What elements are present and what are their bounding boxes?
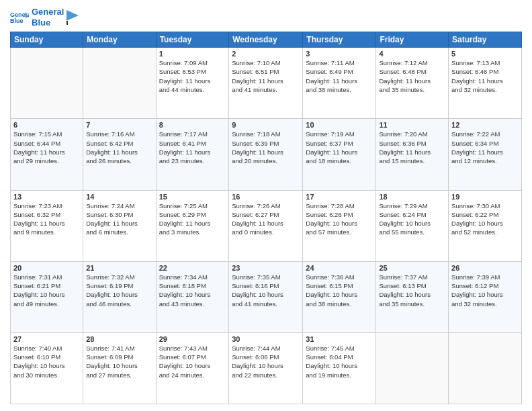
calendar-cell (11, 48, 83, 119)
svg-text:Blue: Blue (10, 17, 24, 24)
cell-content: Sunrise: 7:11 AM Sunset: 6:49 PM Dayligh… (306, 58, 373, 94)
weekday-header-wednesday: Wednesday (229, 32, 303, 48)
logo-general: General (32, 7, 64, 17)
day-number: 22 (159, 264, 226, 272)
logo-icon: General Blue (10, 8, 29, 27)
calendar-cell: 12Sunrise: 7:22 AM Sunset: 6:34 PM Dayli… (449, 119, 522, 190)
cell-content: Sunrise: 7:13 AM Sunset: 6:46 PM Dayligh… (451, 58, 519, 94)
weekday-header-sunday: Sunday (11, 32, 83, 48)
cell-content: Sunrise: 7:25 AM Sunset: 6:29 PM Dayligh… (159, 201, 226, 237)
svg-marker-3 (66, 10, 79, 21)
calendar-cell: 30Sunrise: 7:44 AM Sunset: 6:06 PM Dayli… (229, 332, 303, 404)
cell-content: Sunrise: 7:22 AM Sunset: 6:34 PM Dayligh… (451, 130, 519, 165)
cell-content: Sunrise: 7:28 AM Sunset: 6:26 PM Dayligh… (306, 201, 373, 237)
calendar-cell: 2Sunrise: 7:10 AM Sunset: 6:51 PM Daylig… (229, 48, 303, 119)
day-number: 14 (86, 193, 152, 201)
calendar-cell: 4Sunrise: 7:12 AM Sunset: 6:48 PM Daylig… (376, 48, 449, 119)
weekday-header-row: SundayMondayTuesdayWednesdayThursdayFrid… (11, 32, 522, 48)
day-number: 24 (306, 264, 373, 272)
calendar-cell: 27Sunrise: 7:40 AM Sunset: 6:10 PM Dayli… (11, 332, 83, 404)
calendar-cell: 22Sunrise: 7:34 AM Sunset: 6:18 PM Dayli… (156, 261, 229, 332)
day-number: 1 (159, 50, 226, 58)
cell-content: Sunrise: 7:40 AM Sunset: 6:10 PM Dayligh… (13, 344, 80, 379)
day-number: 11 (379, 121, 445, 129)
svg-rect-4 (66, 21, 68, 25)
calendar-cell: 24Sunrise: 7:36 AM Sunset: 6:15 PM Dayli… (303, 261, 376, 332)
cell-content: Sunrise: 7:26 AM Sunset: 6:27 PM Dayligh… (232, 201, 300, 237)
calendar-cell: 7Sunrise: 7:16 AM Sunset: 6:42 PM Daylig… (83, 119, 156, 190)
day-number: 12 (451, 121, 519, 129)
day-number: 5 (451, 50, 519, 58)
cell-content: Sunrise: 7:12 AM Sunset: 6:48 PM Dayligh… (379, 58, 445, 94)
day-number: 8 (159, 121, 226, 129)
day-number: 3 (306, 50, 373, 58)
day-number: 6 (13, 121, 80, 129)
week-row-1: 1Sunrise: 7:09 AM Sunset: 6:53 PM Daylig… (11, 48, 522, 119)
day-number: 31 (306, 335, 373, 343)
cell-content: Sunrise: 7:45 AM Sunset: 6:04 PM Dayligh… (306, 344, 373, 379)
cell-content: Sunrise: 7:16 AM Sunset: 6:42 PM Dayligh… (86, 130, 152, 165)
cell-content: Sunrise: 7:15 AM Sunset: 6:44 PM Dayligh… (13, 130, 80, 165)
day-number: 13 (13, 193, 80, 201)
calendar-cell: 28Sunrise: 7:41 AM Sunset: 6:09 PM Dayli… (83, 332, 156, 404)
logo-blue: Blue (32, 17, 64, 28)
cell-content: Sunrise: 7:35 AM Sunset: 6:16 PM Dayligh… (232, 273, 300, 308)
cell-content: Sunrise: 7:36 AM Sunset: 6:15 PM Dayligh… (306, 273, 373, 308)
page: General Blue General Blue SundayMondayTu… (0, 0, 532, 411)
cell-content: Sunrise: 7:34 AM Sunset: 6:18 PM Dayligh… (159, 273, 226, 308)
calendar-cell: 14Sunrise: 7:24 AM Sunset: 6:30 PM Dayli… (83, 190, 156, 261)
calendar-cell: 19Sunrise: 7:30 AM Sunset: 6:22 PM Dayli… (449, 190, 522, 261)
week-row-2: 6Sunrise: 7:15 AM Sunset: 6:44 PM Daylig… (11, 119, 522, 190)
calendar-cell: 26Sunrise: 7:39 AM Sunset: 6:12 PM Dayli… (449, 261, 522, 332)
week-row-3: 13Sunrise: 7:23 AM Sunset: 6:32 PM Dayli… (11, 190, 522, 261)
cell-content: Sunrise: 7:10 AM Sunset: 6:51 PM Dayligh… (232, 58, 300, 94)
calendar-cell: 6Sunrise: 7:15 AM Sunset: 6:44 PM Daylig… (11, 119, 83, 190)
day-number: 28 (86, 335, 152, 343)
cell-content: Sunrise: 7:43 AM Sunset: 6:07 PM Dayligh… (159, 344, 226, 379)
day-number: 20 (13, 264, 80, 272)
day-number: 10 (306, 121, 373, 129)
calendar-cell: 1Sunrise: 7:09 AM Sunset: 6:53 PM Daylig… (156, 48, 229, 119)
calendar-cell: 25Sunrise: 7:37 AM Sunset: 6:13 PM Dayli… (376, 261, 449, 332)
cell-content: Sunrise: 7:19 AM Sunset: 6:37 PM Dayligh… (306, 130, 373, 165)
logo: General Blue General Blue (10, 7, 79, 28)
week-row-5: 27Sunrise: 7:40 AM Sunset: 6:10 PM Dayli… (11, 332, 522, 404)
logo-flag-icon (66, 10, 79, 25)
cell-content: Sunrise: 7:17 AM Sunset: 6:41 PM Dayligh… (159, 130, 226, 165)
day-number: 9 (232, 121, 300, 129)
weekday-header-saturday: Saturday (449, 32, 522, 48)
day-number: 30 (232, 335, 300, 343)
day-number: 4 (379, 50, 445, 58)
cell-content: Sunrise: 7:37 AM Sunset: 6:13 PM Dayligh… (379, 273, 445, 308)
cell-content: Sunrise: 7:29 AM Sunset: 6:24 PM Dayligh… (379, 201, 445, 237)
calendar-cell: 18Sunrise: 7:29 AM Sunset: 6:24 PM Dayli… (376, 190, 449, 261)
header: General Blue General Blue (10, 7, 522, 28)
day-number: 17 (306, 193, 373, 201)
cell-content: Sunrise: 7:39 AM Sunset: 6:12 PM Dayligh… (451, 273, 519, 308)
calendar-cell: 31Sunrise: 7:45 AM Sunset: 6:04 PM Dayli… (303, 332, 376, 404)
weekday-header-friday: Friday (376, 32, 449, 48)
day-number: 25 (379, 264, 445, 272)
cell-content: Sunrise: 7:23 AM Sunset: 6:32 PM Dayligh… (13, 201, 80, 237)
calendar-cell (376, 332, 449, 404)
calendar-cell: 3Sunrise: 7:11 AM Sunset: 6:49 PM Daylig… (303, 48, 376, 119)
cell-content: Sunrise: 7:30 AM Sunset: 6:22 PM Dayligh… (451, 201, 519, 237)
calendar: SundayMondayTuesdayWednesdayThursdayFrid… (10, 32, 522, 404)
calendar-cell: 5Sunrise: 7:13 AM Sunset: 6:46 PM Daylig… (449, 48, 522, 119)
cell-content: Sunrise: 7:09 AM Sunset: 6:53 PM Dayligh… (159, 58, 226, 94)
day-number: 2 (232, 50, 300, 58)
cell-content: Sunrise: 7:20 AM Sunset: 6:36 PM Dayligh… (379, 130, 445, 165)
day-number: 7 (86, 121, 152, 129)
day-number: 18 (379, 193, 445, 201)
day-number: 21 (86, 264, 152, 272)
day-number: 16 (232, 193, 300, 201)
calendar-cell (83, 48, 156, 119)
calendar-cell (449, 332, 522, 404)
calendar-cell: 10Sunrise: 7:19 AM Sunset: 6:37 PM Dayli… (303, 119, 376, 190)
weekday-header-thursday: Thursday (303, 32, 376, 48)
calendar-cell: 29Sunrise: 7:43 AM Sunset: 6:07 PM Dayli… (156, 332, 229, 404)
week-row-4: 20Sunrise: 7:31 AM Sunset: 6:21 PM Dayli… (11, 261, 522, 332)
cell-content: Sunrise: 7:18 AM Sunset: 6:39 PM Dayligh… (232, 130, 300, 165)
day-number: 15 (159, 193, 226, 201)
calendar-cell: 20Sunrise: 7:31 AM Sunset: 6:21 PM Dayli… (11, 261, 83, 332)
